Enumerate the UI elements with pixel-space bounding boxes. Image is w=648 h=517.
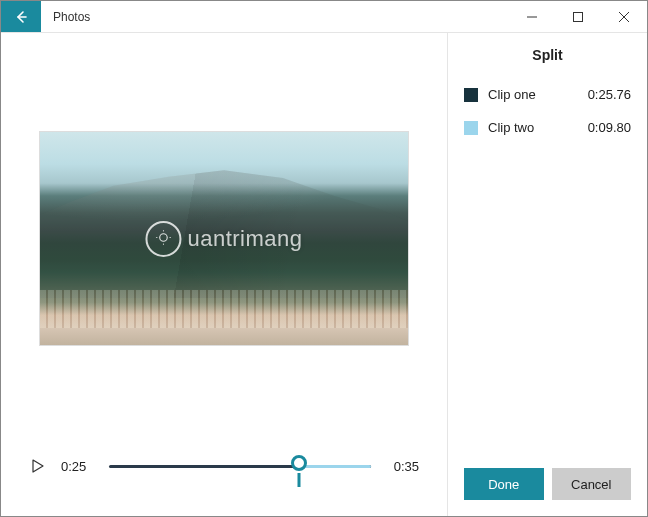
play-button[interactable] — [29, 457, 47, 475]
maximize-button[interactable] — [555, 1, 601, 32]
arrow-left-icon — [13, 9, 29, 25]
clip-row[interactable]: Clip two0:09.80 — [464, 120, 631, 135]
titlebar-drag-area[interactable] — [102, 1, 509, 32]
video-preview[interactable]: uantrimang — [39, 131, 409, 346]
split-panel: Split Clip one0:25.76Clip two0:09.80 Don… — [447, 33, 647, 516]
current-time: 0:25 — [61, 459, 95, 474]
close-button[interactable] — [601, 1, 647, 32]
clip-duration: 0:25.76 — [588, 87, 631, 102]
close-icon — [619, 12, 629, 22]
split-handle[interactable] — [291, 455, 307, 471]
split-timeline[interactable] — [109, 454, 371, 478]
content: uantrimang 0:25 0:35 — [1, 33, 647, 516]
clip-duration: 0:09.80 — [588, 120, 631, 135]
panel-title: Split — [464, 47, 631, 63]
done-button[interactable]: Done — [464, 468, 544, 500]
svg-point-5 — [160, 233, 168, 241]
back-button[interactable] — [1, 1, 41, 32]
timeline-track-clip-two — [299, 465, 371, 468]
panel-buttons: Done Cancel — [464, 468, 631, 500]
clip-swatch — [464, 121, 478, 135]
clip-row[interactable]: Clip one0:25.76 — [464, 87, 631, 102]
transport-bar: 0:25 0:35 — [11, 426, 437, 506]
clip-swatch — [464, 88, 478, 102]
svg-marker-10 — [33, 460, 43, 472]
minimize-icon — [527, 12, 537, 22]
watermark: uantrimang — [145, 221, 302, 257]
watermark-text: uantrimang — [187, 226, 302, 252]
clip-name: Clip one — [488, 87, 578, 102]
minimize-button[interactable] — [509, 1, 555, 32]
window-controls — [509, 1, 647, 32]
titlebar: Photos — [1, 1, 647, 33]
preview-pane: uantrimang 0:25 0:35 — [1, 33, 447, 516]
video-wrap: uantrimang — [11, 51, 437, 426]
clip-name: Clip two — [488, 120, 578, 135]
cancel-button[interactable]: Cancel — [552, 468, 632, 500]
split-handle-stem — [297, 473, 300, 487]
play-icon — [32, 459, 44, 473]
total-time: 0:35 — [385, 459, 419, 474]
lightbulb-icon — [145, 221, 181, 257]
village-illustration — [40, 290, 408, 328]
window: Photos — [0, 0, 648, 517]
maximize-icon — [573, 12, 583, 22]
svg-rect-2 — [574, 12, 583, 21]
app-title: Photos — [41, 1, 102, 32]
